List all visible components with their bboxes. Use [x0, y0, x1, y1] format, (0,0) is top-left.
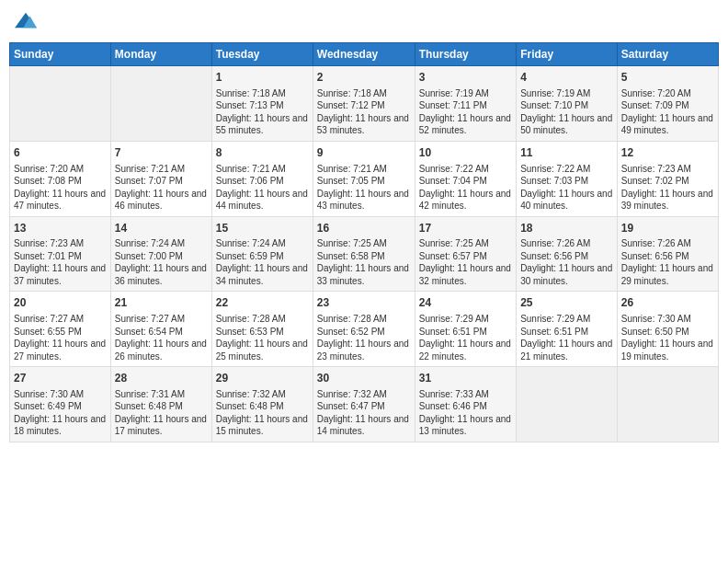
day-info: Sunrise: 7:26 AMSunset: 6:56 PMDaylight:…	[621, 237, 714, 287]
calendar-day-cell: 4Sunrise: 7:19 AMSunset: 7:10 PMDaylight…	[517, 66, 618, 142]
day-of-week-header: Tuesday	[211, 43, 313, 66]
day-number: 22	[216, 295, 309, 311]
day-info: Sunrise: 7:21 AMSunset: 7:07 PMDaylight:…	[115, 163, 208, 213]
calendar-day-cell: 6Sunrise: 7:20 AMSunset: 7:08 PMDaylight…	[10, 141, 111, 216]
day-number: 20	[14, 295, 107, 311]
day-number: 19	[621, 221, 714, 236]
day-info: Sunrise: 7:32 AMSunset: 6:47 PMDaylight:…	[317, 388, 411, 438]
day-info: Sunrise: 7:33 AMSunset: 6:46 PMDaylight:…	[419, 388, 512, 438]
day-number: 30	[317, 371, 411, 386]
day-info: Sunrise: 7:18 AMSunset: 7:13 PMDaylight:…	[216, 87, 309, 137]
calendar-day-cell: 19Sunrise: 7:26 AMSunset: 6:56 PMDayligh…	[617, 216, 718, 292]
day-info: Sunrise: 7:23 AMSunset: 7:02 PMDaylight:…	[621, 163, 714, 213]
day-number: 12	[621, 145, 714, 161]
day-number: 24	[419, 295, 512, 311]
day-info: Sunrise: 7:19 AMSunset: 7:11 PMDaylight:…	[419, 87, 512, 137]
day-info: Sunrise: 7:18 AMSunset: 7:12 PMDaylight:…	[317, 87, 411, 137]
calendar-day-cell: 20Sunrise: 7:27 AMSunset: 6:55 PMDayligh…	[10, 292, 111, 367]
page-header	[9, 9, 719, 35]
day-of-week-header: Wednesday	[313, 43, 415, 66]
calendar-week-row: 13Sunrise: 7:23 AMSunset: 7:01 PMDayligh…	[10, 216, 719, 292]
day-info: Sunrise: 7:28 AMSunset: 6:53 PMDaylight:…	[216, 313, 309, 362]
calendar-day-cell: 12Sunrise: 7:23 AMSunset: 7:02 PMDayligh…	[617, 141, 718, 216]
day-number: 17	[419, 221, 512, 236]
calendar-week-row: 6Sunrise: 7:20 AMSunset: 7:08 PMDaylight…	[10, 141, 719, 216]
day-info: Sunrise: 7:25 AMSunset: 6:57 PMDaylight:…	[419, 237, 512, 287]
day-info: Sunrise: 7:21 AMSunset: 7:05 PMDaylight:…	[317, 163, 411, 213]
calendar-day-cell: 21Sunrise: 7:27 AMSunset: 6:54 PMDayligh…	[110, 292, 211, 367]
calendar-day-cell: 7Sunrise: 7:21 AMSunset: 7:07 PMDaylight…	[110, 141, 211, 216]
calendar-day-cell	[10, 66, 111, 142]
day-info: Sunrise: 7:26 AMSunset: 6:56 PMDaylight:…	[520, 237, 613, 287]
day-number: 10	[419, 145, 512, 161]
calendar-day-cell: 22Sunrise: 7:28 AMSunset: 6:53 PMDayligh…	[211, 292, 313, 367]
calendar-day-cell: 2Sunrise: 7:18 AMSunset: 7:12 PMDaylight…	[313, 66, 415, 142]
calendar-day-cell: 5Sunrise: 7:20 AMSunset: 7:09 PMDaylight…	[617, 66, 718, 142]
day-info: Sunrise: 7:21 AMSunset: 7:06 PMDaylight:…	[216, 163, 309, 213]
calendar-day-cell	[517, 367, 618, 442]
calendar-day-cell: 26Sunrise: 7:30 AMSunset: 6:50 PMDayligh…	[617, 292, 718, 367]
day-info: Sunrise: 7:23 AMSunset: 7:01 PMDaylight:…	[14, 237, 107, 287]
day-number: 13	[14, 221, 107, 236]
day-info: Sunrise: 7:20 AMSunset: 7:09 PMDaylight:…	[621, 87, 714, 137]
day-info: Sunrise: 7:29 AMSunset: 6:51 PMDaylight:…	[520, 313, 613, 362]
calendar-day-cell: 24Sunrise: 7:29 AMSunset: 6:51 PMDayligh…	[415, 292, 516, 367]
day-number: 1	[216, 70, 309, 86]
day-of-week-header: Thursday	[415, 43, 516, 66]
calendar-day-cell: 28Sunrise: 7:31 AMSunset: 6:48 PMDayligh…	[110, 367, 211, 442]
day-info: Sunrise: 7:24 AMSunset: 7:00 PMDaylight:…	[115, 237, 208, 287]
day-info: Sunrise: 7:22 AMSunset: 7:04 PMDaylight:…	[419, 163, 512, 213]
calendar-day-cell: 31Sunrise: 7:33 AMSunset: 6:46 PMDayligh…	[415, 367, 516, 442]
day-of-week-header: Sunday	[10, 43, 111, 66]
day-info: Sunrise: 7:24 AMSunset: 6:59 PMDaylight:…	[216, 237, 309, 287]
calendar-day-cell: 18Sunrise: 7:26 AMSunset: 6:56 PMDayligh…	[517, 216, 618, 292]
day-info: Sunrise: 7:25 AMSunset: 6:58 PMDaylight:…	[317, 237, 411, 287]
day-number: 4	[520, 70, 613, 86]
calendar-day-cell: 9Sunrise: 7:21 AMSunset: 7:05 PMDaylight…	[313, 141, 415, 216]
day-number: 8	[216, 145, 309, 161]
day-info: Sunrise: 7:27 AMSunset: 6:54 PMDaylight:…	[115, 313, 208, 362]
day-number: 7	[115, 145, 208, 161]
calendar-week-row: 1Sunrise: 7:18 AMSunset: 7:13 PMDaylight…	[10, 66, 719, 142]
day-number: 3	[419, 70, 512, 86]
day-number: 5	[621, 70, 714, 86]
day-info: Sunrise: 7:20 AMSunset: 7:08 PMDaylight:…	[14, 163, 107, 213]
day-number: 11	[520, 145, 613, 161]
day-number: 28	[115, 371, 208, 386]
calendar-day-cell: 27Sunrise: 7:30 AMSunset: 6:49 PMDayligh…	[10, 367, 111, 442]
calendar-day-cell: 16Sunrise: 7:25 AMSunset: 6:58 PMDayligh…	[313, 216, 415, 292]
day-of-week-header: Monday	[110, 43, 211, 66]
day-number: 26	[621, 295, 714, 311]
day-number: 23	[317, 295, 411, 311]
calendar-day-cell: 23Sunrise: 7:28 AMSunset: 6:52 PMDayligh…	[313, 292, 415, 367]
day-number: 31	[419, 371, 512, 386]
day-of-week-header: Saturday	[617, 43, 718, 66]
calendar-day-cell	[110, 66, 211, 142]
calendar-week-row: 20Sunrise: 7:27 AMSunset: 6:55 PMDayligh…	[10, 292, 719, 367]
calendar-day-cell: 30Sunrise: 7:32 AMSunset: 6:47 PMDayligh…	[313, 367, 415, 442]
calendar-day-cell: 3Sunrise: 7:19 AMSunset: 7:11 PMDaylight…	[415, 66, 516, 142]
calendar-day-cell: 17Sunrise: 7:25 AMSunset: 6:57 PMDayligh…	[415, 216, 516, 292]
day-info: Sunrise: 7:32 AMSunset: 6:48 PMDaylight:…	[216, 388, 309, 438]
day-number: 9	[317, 145, 411, 161]
day-info: Sunrise: 7:28 AMSunset: 6:52 PMDaylight:…	[317, 313, 411, 362]
calendar-day-cell: 8Sunrise: 7:21 AMSunset: 7:06 PMDaylight…	[211, 141, 313, 216]
day-number: 2	[317, 70, 411, 86]
day-number: 6	[14, 145, 107, 161]
calendar-table: SundayMondayTuesdayWednesdayThursdayFrid…	[9, 42, 719, 442]
day-info: Sunrise: 7:19 AMSunset: 7:10 PMDaylight:…	[520, 87, 613, 137]
calendar-day-cell: 11Sunrise: 7:22 AMSunset: 7:03 PMDayligh…	[517, 141, 618, 216]
logo	[13, 9, 39, 35]
day-info: Sunrise: 7:27 AMSunset: 6:55 PMDaylight:…	[14, 313, 107, 362]
day-info: Sunrise: 7:30 AMSunset: 6:49 PMDaylight:…	[14, 388, 107, 438]
calendar-day-cell: 14Sunrise: 7:24 AMSunset: 7:00 PMDayligh…	[110, 216, 211, 292]
calendar-week-row: 27Sunrise: 7:30 AMSunset: 6:49 PMDayligh…	[10, 367, 719, 442]
calendar-day-cell: 10Sunrise: 7:22 AMSunset: 7:04 PMDayligh…	[415, 141, 516, 216]
day-number: 16	[317, 221, 411, 236]
day-number: 15	[216, 221, 309, 236]
day-of-week-header: Friday	[517, 43, 618, 66]
logo-icon	[13, 11, 39, 31]
day-number: 18	[520, 221, 613, 236]
calendar-header-row: SundayMondayTuesdayWednesdayThursdayFrid…	[10, 43, 719, 66]
day-number: 27	[14, 371, 107, 386]
